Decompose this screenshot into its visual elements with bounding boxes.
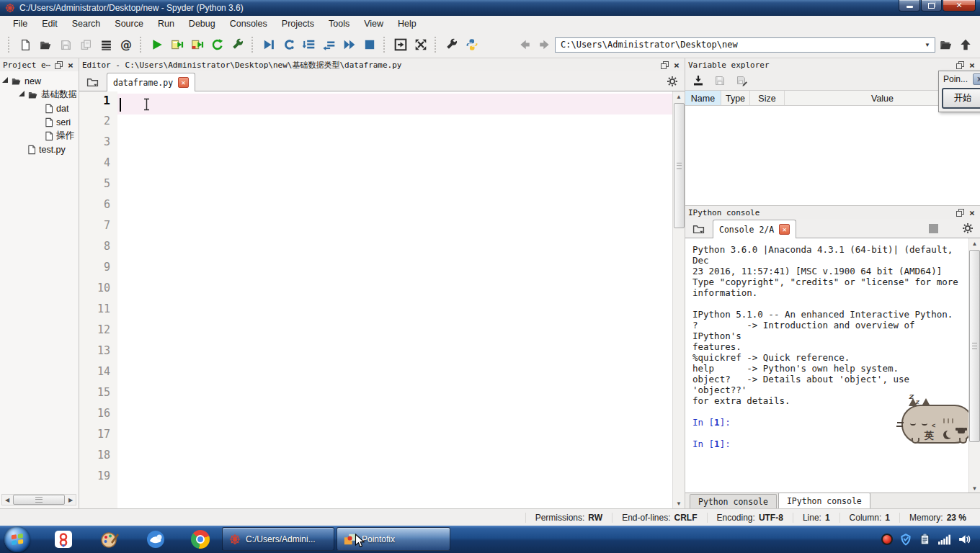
- menu-item[interactable]: File: [6, 16, 35, 32]
- menu-item[interactable]: View: [357, 16, 391, 32]
- browse-directory-icon[interactable]: [935, 35, 956, 55]
- tree-item[interactable]: 基础数据: [0, 88, 79, 102]
- run-settings-icon[interactable]: [228, 35, 248, 55]
- console-output-area[interactable]: Python 3.6.0 |Anaconda 4.3.1 (64-bit)| (…: [685, 238, 980, 493]
- pointofix-close-icon[interactable]: x: [973, 73, 980, 85]
- browse-tabs-icon[interactable]: [690, 220, 707, 236]
- menu-item[interactable]: Consoles: [223, 16, 275, 32]
- cat-ime-sticker[interactable]: z z < 英: [900, 393, 978, 449]
- back-icon[interactable]: [514, 35, 535, 55]
- menu-item[interactable]: Tools: [321, 16, 357, 32]
- save-data-as-icon[interactable]: [733, 72, 750, 89]
- moon-icon[interactable]: [943, 431, 952, 439]
- scroll-left-icon[interactable]: ◀: [2, 495, 12, 505]
- stop-icon[interactable]: [360, 35, 380, 55]
- debug-cell-icon[interactable]: [279, 35, 299, 55]
- close-pane-icon[interactable]: ×: [967, 208, 977, 217]
- scrollbar-thumb[interactable]: [674, 103, 685, 228]
- tree-item[interactable]: new: [0, 74, 79, 88]
- browse-tabs-icon[interactable]: [84, 73, 101, 89]
- taskbar-window-pointofix[interactable]: Pointofix: [337, 527, 450, 551]
- save-data-icon[interactable]: [711, 72, 729, 89]
- undock-icon[interactable]: [955, 60, 965, 70]
- run-cell-advance-icon[interactable]: [187, 35, 208, 55]
- parent-directory-icon[interactable]: [956, 35, 976, 55]
- scroll-up-icon[interactable]: ▲: [674, 91, 684, 102]
- menu-item[interactable]: Debug: [182, 16, 223, 32]
- window-titlebar[interactable]: C:/Users/Administrator/Desktop/new - Spy…: [0, 0, 980, 16]
- menu-item[interactable]: Help: [391, 16, 424, 32]
- save-all-icon[interactable]: [76, 35, 96, 55]
- scrollbar-thumb[interactable]: [969, 250, 980, 442]
- quicklaunch-paint-icon[interactable]: [98, 528, 121, 551]
- menu-item[interactable]: Run: [151, 16, 182, 32]
- close-pane-icon[interactable]: ×: [672, 60, 682, 70]
- step-return-icon[interactable]: [319, 35, 339, 55]
- undock-icon[interactable]: [659, 60, 669, 70]
- menu-item[interactable]: Edit: [35, 16, 65, 32]
- run-cell-icon[interactable]: [167, 35, 187, 55]
- pointofix-mini-window[interactable]: Poin... x 开始: [938, 71, 980, 112]
- expand-arrow-icon[interactable]: [2, 77, 8, 83]
- menu-item[interactable]: Projects: [275, 16, 321, 32]
- editor-code-area[interactable]: 12345678910111213141516171819 ▲ ▼: [79, 91, 685, 508]
- recording-tray-icon[interactable]: [881, 534, 893, 545]
- menu-item[interactable]: Search: [65, 16, 108, 32]
- editor-options-icon[interactable]: [664, 73, 680, 89]
- close-pane-icon[interactable]: ×: [967, 60, 977, 70]
- close-pane-icon[interactable]: ×: [66, 60, 76, 70]
- column-header[interactable]: Type: [721, 91, 750, 106]
- maximize-pane-icon[interactable]: [391, 35, 411, 55]
- expand-arrow-icon[interactable]: [19, 91, 24, 96]
- pointofix-titlebar[interactable]: Poin... x: [939, 71, 980, 86]
- open-file-icon[interactable]: [35, 35, 55, 55]
- scroll-right-icon[interactable]: ▶: [66, 495, 76, 505]
- restore-button[interactable]: [921, 0, 942, 12]
- undock-icon[interactable]: [53, 60, 63, 70]
- network-tray-icon[interactable]: [937, 533, 951, 546]
- combo-dropdown-icon[interactable]: ▼: [923, 42, 932, 48]
- menu-item[interactable]: Source: [107, 16, 151, 32]
- scrollbar-thumb[interactable]: [13, 495, 65, 505]
- working-directory-combo[interactable]: C:\Users\Administrator\Desktop\new ▼: [555, 37, 935, 53]
- pythonpath-icon[interactable]: [462, 35, 482, 55]
- continue-icon[interactable]: [339, 35, 360, 55]
- import-data-icon[interactable]: [690, 72, 707, 89]
- tree-item[interactable]: 操作: [0, 129, 79, 143]
- console-switch-tab[interactable]: Python console: [690, 494, 777, 508]
- step-into-icon[interactable]: [299, 35, 319, 55]
- symbol-finder-icon[interactable]: @: [116, 35, 136, 55]
- quicklaunch-chrome-icon[interactable]: [189, 528, 212, 551]
- project-horizontal-scrollbar[interactable]: ◀ ▶: [1, 494, 76, 505]
- taskbar-window-spyder[interactable]: C:/Users/Admini...: [222, 527, 334, 551]
- close-button[interactable]: ✕: [943, 0, 976, 12]
- quicklaunch-app-icon[interactable]: [52, 528, 75, 551]
- skin-icon[interactable]: [958, 428, 965, 433]
- debug-file-icon[interactable]: [259, 35, 279, 55]
- new-file-icon[interactable]: [15, 35, 35, 55]
- tree-item[interactable]: test.py: [0, 143, 79, 156]
- console-options-icon[interactable]: [960, 220, 976, 236]
- scroll-up-icon[interactable]: ▲: [970, 238, 980, 248]
- interrupt-kernel-icon[interactable]: [925, 220, 941, 236]
- editor-tab-dataframe[interactable]: dataframe.py ✕: [107, 73, 195, 91]
- scroll-down-icon[interactable]: ▼: [674, 498, 684, 508]
- preferences-icon[interactable]: [442, 35, 462, 55]
- undock-icon[interactable]: [955, 208, 965, 217]
- column-header[interactable]: Name: [685, 91, 721, 106]
- rerun-icon[interactable]: [208, 35, 228, 55]
- ime-tray-icon[interactable]: [919, 533, 931, 546]
- forward-icon[interactable]: [535, 35, 555, 55]
- security-shield-tray-icon[interactable]: [899, 533, 912, 546]
- scroll-down-icon[interactable]: ▼: [970, 483, 980, 493]
- ime-mode-label[interactable]: 英: [925, 429, 934, 442]
- pointofix-start-button[interactable]: 开始: [942, 88, 980, 109]
- tree-item[interactable]: seri: [0, 115, 79, 129]
- tree-item[interactable]: dat: [0, 102, 79, 115]
- file-switcher-icon[interactable]: [96, 35, 116, 55]
- console-vertical-scrollbar[interactable]: ▲ ▼: [968, 238, 980, 493]
- save-icon[interactable]: [55, 35, 76, 55]
- console-tab[interactable]: Console 2/A ✕: [713, 220, 796, 238]
- editor-vertical-scrollbar[interactable]: ▲ ▼: [672, 91, 685, 508]
- quicklaunch-browser-icon[interactable]: [144, 528, 167, 551]
